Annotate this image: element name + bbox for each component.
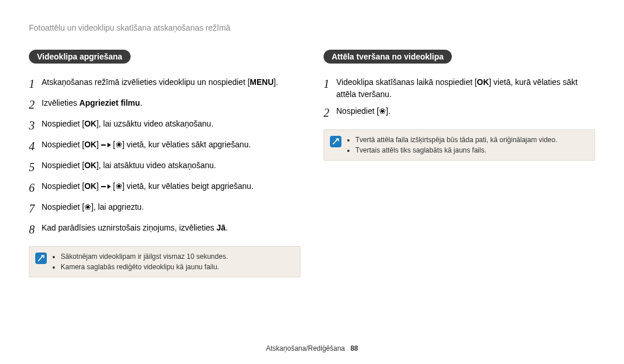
step-body: Nospiediet [❀], lai apgrieztu. (42, 201, 300, 213)
step-body: Nospiediet [OK] [❀] vietā, kur vēlaties … (42, 139, 300, 151)
step-5: 5 Nospiediet [OK], lai atsāktuu video at… (29, 159, 300, 176)
step-body: Nospiediet [OK], lai atsāktuu video atsk… (42, 159, 300, 172)
arrow-right-icon (101, 180, 111, 192)
note-list: Sākotnējam videoklipam ir jāilgst vismaz… (53, 251, 228, 272)
step-num: 6 (29, 179, 42, 196)
note-box-left: Sākotnējam videoklipam ir jāilgst vismaz… (29, 246, 300, 277)
note-box-right: Tvertā attēla faila izšķirtspēja būs tād… (324, 129, 595, 161)
step-body: Izvēlieties Apgrieziet filmu. (42, 97, 300, 109)
step-2: 2 Nospiediet [❀]. (324, 105, 595, 121)
step-num: 5 (29, 158, 42, 176)
step-8: 8 Kad parādīsies uznirstošais ziņojums, … (29, 222, 300, 238)
step-num: 1 (29, 75, 42, 92)
step-num: 2 (324, 104, 336, 121)
step-body: Nospiediet [OK], lai uzsāktu video atska… (42, 118, 300, 130)
step-num: 2 (29, 96, 42, 113)
step-body: Videoklipa skatīšanas laikā nospiediet [… (336, 76, 595, 101)
step-body: Nospiediet [OK] [❀] vietā, kur vēlaties … (42, 180, 300, 193)
macro-flower-icon: ❀ (379, 106, 386, 116)
page-footer: Atskaņošana/Rediģēšana 88 (0, 344, 624, 352)
step-1: 1 Videoklipa skatīšanas laikā nospiediet… (324, 76, 595, 101)
ok-button-label: OK (84, 119, 96, 128)
footer-section: Atskaņošana/Rediģēšana (266, 344, 345, 352)
page-number: 88 (350, 344, 358, 352)
info-note-icon (330, 136, 341, 147)
step-body: Atskaņošanas režīmā izvēlieties videokli… (42, 76, 300, 88)
step-num: 3 (29, 117, 42, 134)
ok-button-label: OK (84, 181, 96, 191)
note-item: Sākotnējam videoklipam ir jāilgst vismaz… (61, 251, 228, 262)
macro-flower-icon: ❀ (116, 181, 122, 191)
info-note-icon (35, 252, 47, 264)
ok-button-label: OK (84, 140, 96, 149)
section-pill-capture: Attēla tveršana no videoklipa (324, 50, 452, 64)
note-list: Tvertā attēla faila izšķirtspēja būs tād… (347, 135, 558, 155)
left-column: Videoklipa apgriešana 1 Atskaņošanas rež… (29, 50, 300, 277)
note-item: Kamera saglabās rediģēto videoklipu kā j… (61, 262, 228, 272)
step-4: 4 Nospiediet [OK] [❀] vietā, kur vēlatie… (29, 139, 300, 155)
arrow-right-icon (101, 139, 111, 151)
menu-button-label: MENU (250, 77, 273, 87)
ok-button-label: OK (84, 161, 96, 170)
macro-flower-icon: ❀ (116, 140, 122, 149)
step-body: Nospiediet [❀]. (336, 105, 595, 117)
step-2: 2 Izvēlieties Apgrieziet filmu. (29, 97, 300, 113)
step-body: Kad parādīsies uznirstošais ziņojums, iz… (42, 222, 300, 234)
step-num: 7 (29, 200, 42, 217)
note-item: Tvertais attēls tiks saglabāts kā jauns … (355, 145, 558, 155)
macro-flower-icon: ❀ (84, 202, 91, 211)
ok-button-label: OK (477, 77, 489, 87)
step-1: 1 Atskaņošanas režīmā izvēlieties videok… (29, 76, 300, 92)
right-column: Attēla tveršana no videoklipa 1 Videokli… (324, 50, 595, 277)
breadcrumb-header: Fotoattēlu un videoklipu skatīšana atska… (29, 23, 595, 32)
step-7: 7 Nospiediet [❀], lai apgrieztu. (29, 201, 300, 217)
section-pill-trim: Videoklipa apgriešana (29, 50, 131, 64)
step-num: 4 (29, 138, 42, 155)
note-item: Tvertā attēla faila izšķirtspēja būs tād… (355, 135, 558, 145)
step-num: 8 (29, 221, 42, 238)
step-6: 6 Nospiediet [OK] [❀] vietā, kur vēlatie… (29, 180, 300, 196)
step-3: 3 Nospiediet [OK], lai uzsāktu video ats… (29, 118, 300, 134)
step-num: 1 (324, 75, 336, 92)
